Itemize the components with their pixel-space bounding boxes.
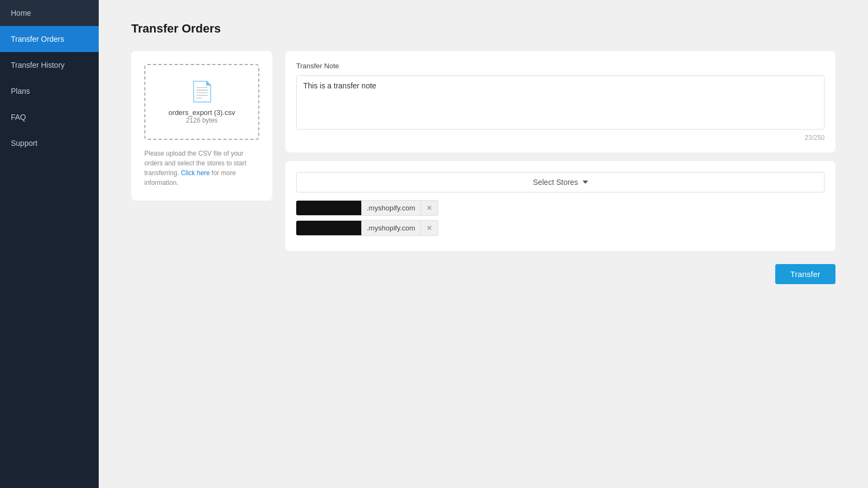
transfer-btn-row: Transfer bbox=[285, 264, 835, 284]
select-stores-card: Select Stores .myshopify.com ✕ .myshopif… bbox=[285, 161, 835, 251]
store-tag-domain-1: .myshopify.com bbox=[361, 200, 421, 216]
transfer-note-textarea[interactable]: This is a transfer note bbox=[296, 75, 825, 130]
sidebar-item-transfer-orders[interactable]: Transfer Orders bbox=[0, 26, 99, 52]
sidebar: Home Transfer Orders Transfer History Pl… bbox=[0, 0, 99, 488]
select-stores-button[interactable]: Select Stores bbox=[296, 172, 825, 192]
transfer-button[interactable]: Transfer bbox=[775, 264, 835, 284]
sidebar-item-home[interactable]: Home bbox=[0, 0, 99, 26]
store-tag-name-2 bbox=[296, 221, 361, 235]
page-title: Transfer Orders bbox=[131, 22, 835, 36]
upload-card: 📄 orders_export (3).csv 2126 bytes Pleas… bbox=[131, 51, 272, 201]
store-tag-1: .myshopify.com ✕ bbox=[296, 200, 825, 216]
click-here-link[interactable]: Click here bbox=[181, 169, 209, 177]
chevron-down-icon bbox=[583, 181, 588, 184]
store-tag-2: .myshopify.com ✕ bbox=[296, 220, 825, 236]
char-count: 23/250 bbox=[296, 134, 825, 142]
content-row: 📄 orders_export (3).csv 2126 bytes Pleas… bbox=[131, 51, 835, 284]
transfer-note-card: Transfer Note This is a transfer note 23… bbox=[285, 51, 835, 152]
sidebar-item-faq[interactable]: FAQ bbox=[0, 104, 99, 130]
file-name: orders_export (3).csv bbox=[169, 108, 235, 117]
drop-zone[interactable]: 📄 orders_export (3).csv 2126 bytes bbox=[144, 64, 259, 140]
sidebar-item-plans[interactable]: Plans bbox=[0, 78, 99, 104]
upload-instruction: Please upload the CSV file of your order… bbox=[144, 149, 259, 188]
store-tag-remove-2[interactable]: ✕ bbox=[421, 220, 438, 236]
file-size: 2126 bytes bbox=[186, 117, 218, 124]
main-content: Transfer Orders 📄 orders_export (3).csv … bbox=[99, 0, 868, 488]
transfer-note-label: Transfer Note bbox=[296, 62, 825, 70]
store-tag-remove-1[interactable]: ✕ bbox=[421, 200, 438, 216]
store-tag-name-1 bbox=[296, 201, 361, 215]
sidebar-item-transfer-history[interactable]: Transfer History bbox=[0, 52, 99, 78]
file-icon: 📄 bbox=[190, 80, 214, 103]
sidebar-item-support[interactable]: Support bbox=[0, 130, 99, 156]
store-tag-domain-2: .myshopify.com bbox=[361, 220, 421, 236]
right-panel: Transfer Note This is a transfer note 23… bbox=[285, 51, 835, 284]
